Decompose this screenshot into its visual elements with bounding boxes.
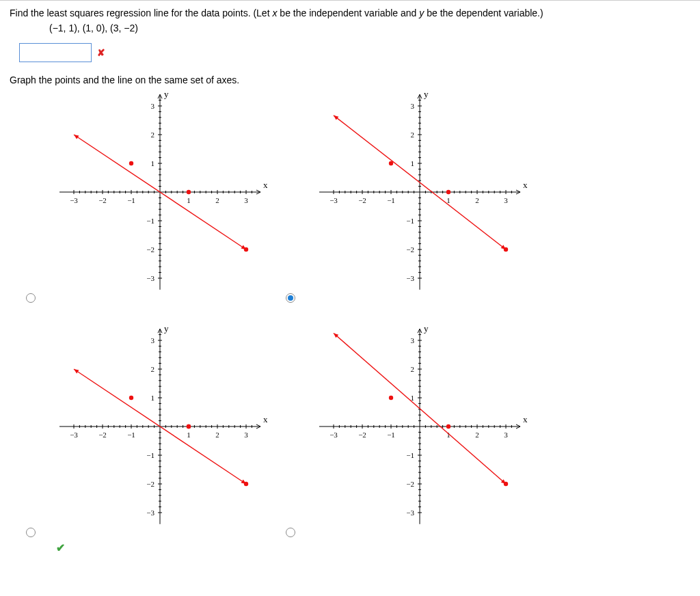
svg-text:y: y [424, 90, 429, 99]
svg-text:−1: −1 [127, 196, 135, 204]
svg-text:y: y [424, 324, 429, 334]
svg-text:−3: −3 [146, 509, 154, 517]
svg-text:y: y [164, 324, 169, 334]
prompt-text-mid1: be the independent variable and [277, 8, 419, 18]
radio-option-B[interactable] [286, 293, 295, 303]
svg-text:−2: −2 [146, 245, 154, 254]
svg-text:−2: −2 [406, 245, 414, 254]
svg-text:−2: −2 [358, 196, 366, 204]
svg-point-167 [504, 247, 508, 252]
svg-text:−2: −2 [406, 480, 414, 488]
svg-point-335 [446, 424, 450, 429]
correct-icon: ✔ [56, 541, 65, 554]
graph-plot: −3−2−1123−3−2−1123xy [310, 90, 529, 295]
svg-text:3: 3 [151, 336, 155, 344]
prompt-text-suffix: be the dependent variable.) [424, 8, 543, 18]
data-points-text: (−1, 1), (1, 0), (3, −2) [49, 23, 690, 33]
svg-text:1: 1 [411, 159, 415, 167]
answer-row: ✘ [19, 43, 690, 62]
svg-text:1: 1 [446, 196, 450, 204]
svg-point-336 [504, 482, 508, 486]
svg-text:3: 3 [504, 196, 508, 204]
svg-point-334 [389, 396, 393, 400]
svg-point-166 [446, 190, 450, 194]
svg-text:1: 1 [151, 159, 155, 167]
svg-point-252 [187, 424, 191, 429]
svg-point-81 [129, 161, 133, 165]
svg-text:3: 3 [411, 336, 415, 344]
svg-text:−2: −2 [98, 196, 107, 204]
svg-text:2: 2 [151, 131, 155, 139]
svg-point-251 [244, 482, 248, 486]
graph-instruction: Graph the points and the line on the sam… [10, 74, 690, 85]
svg-text:3: 3 [244, 431, 248, 439]
svg-text:−1: −1 [146, 217, 154, 225]
svg-text:−3: −3 [329, 431, 338, 439]
svg-text:2: 2 [475, 431, 479, 439]
svg-text:−2: −2 [98, 431, 107, 439]
svg-text:3: 3 [504, 431, 508, 439]
svg-text:1: 1 [187, 196, 191, 204]
graphs-grid: −3−2−1123−3−2−1123xy−3−2−1123−3−2−1123xy… [51, 90, 690, 531]
svg-text:y: y [164, 90, 169, 99]
radio-option-A[interactable] [26, 293, 36, 303]
question-prompt: Find the least squares regression line f… [10, 8, 690, 18]
graph-plot: −3−2−1123−3−2−1123xy [51, 90, 269, 295]
svg-text:−3: −3 [406, 509, 414, 517]
svg-text:−3: −3 [329, 196, 338, 204]
svg-text:2: 2 [151, 365, 155, 373]
graph-option-C[interactable]: −3−2−1123−3−2−1123xy✔ [51, 324, 310, 531]
svg-text:2: 2 [215, 431, 219, 439]
prompt-text-prefix: Find the least squares regression line f… [10, 8, 272, 18]
graph-option-A[interactable]: −3−2−1123−3−2−1123xy [51, 90, 310, 297]
svg-point-249 [129, 396, 133, 400]
svg-marker-247 [74, 369, 79, 373]
svg-text:−2: −2 [358, 431, 366, 439]
graph-option-B[interactable]: −3−2−1123−3−2−1123xy [310, 90, 570, 297]
radio-option-D[interactable] [286, 528, 295, 537]
svg-text:−2: −2 [146, 480, 154, 488]
radio-option-C[interactable] [26, 528, 36, 537]
svg-text:3: 3 [411, 102, 415, 110]
svg-text:−1: −1 [127, 431, 135, 439]
svg-text:−1: −1 [387, 196, 395, 204]
svg-text:x: x [523, 180, 528, 190]
svg-text:1: 1 [151, 394, 155, 402]
wrong-icon: ✘ [97, 47, 105, 58]
svg-text:2: 2 [475, 196, 479, 204]
svg-text:3: 3 [244, 196, 248, 204]
question-page: Find the least squares regression line f… [0, 0, 700, 558]
svg-marker-79 [74, 135, 79, 139]
svg-text:−1: −1 [387, 431, 395, 439]
svg-text:−3: −3 [406, 274, 414, 282]
svg-text:x: x [263, 180, 268, 190]
svg-point-82 [187, 190, 191, 194]
svg-text:2: 2 [411, 365, 415, 373]
answer-input[interactable] [19, 43, 92, 62]
svg-text:−3: −3 [70, 196, 78, 204]
svg-text:−1: −1 [406, 451, 414, 459]
svg-text:−1: −1 [406, 217, 414, 225]
svg-point-165 [389, 161, 393, 165]
svg-text:3: 3 [151, 102, 155, 110]
graph-plot: −3−2−1123−3−2−1123xy [310, 324, 529, 529]
svg-text:x: x [523, 414, 528, 424]
svg-text:1: 1 [187, 431, 191, 439]
svg-text:−3: −3 [70, 431, 78, 439]
svg-text:x: x [263, 414, 268, 424]
svg-text:2: 2 [215, 196, 219, 204]
graph-option-D[interactable]: −3−2−1123−3−2−1123xy [310, 324, 570, 531]
svg-point-83 [244, 247, 248, 252]
svg-text:−1: −1 [146, 451, 154, 459]
svg-text:−3: −3 [146, 274, 154, 282]
graph-plot: −3−2−1123−3−2−1123xy [51, 324, 269, 529]
svg-text:2: 2 [411, 131, 415, 139]
